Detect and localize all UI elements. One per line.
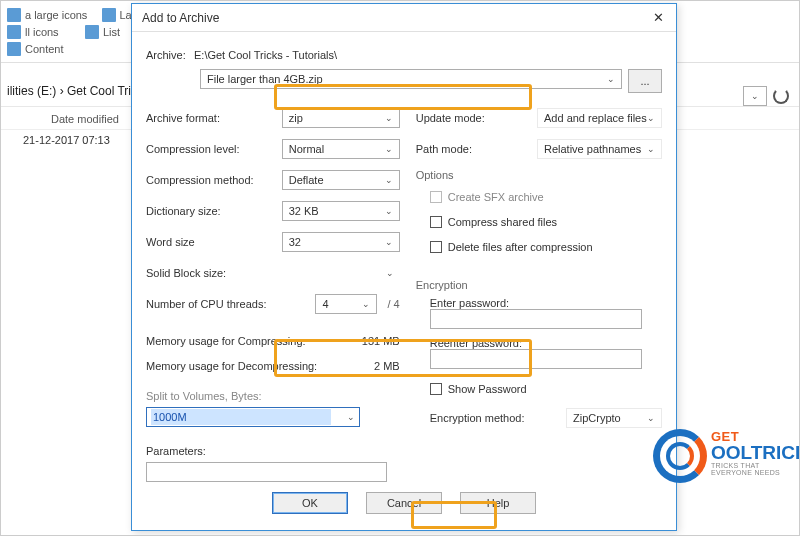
show-password-checkbox[interactable]	[430, 383, 442, 395]
word-size-combo[interactable]: 32⌄	[282, 232, 400, 252]
path-mode-label: Path mode:	[416, 143, 472, 155]
cpu-threads-label: Number of CPU threads:	[146, 298, 266, 310]
refresh-icon[interactable]	[773, 88, 789, 104]
compress-shared-label: Compress shared files	[448, 216, 557, 228]
reenter-password-input[interactable]	[430, 349, 642, 369]
view-option[interactable]: a large icons	[25, 9, 87, 21]
create-sfx-label: Create SFX archive	[448, 191, 544, 203]
options-section-label: Options	[416, 169, 662, 181]
show-password-label: Show Password	[448, 383, 527, 395]
logo-main-text: OOLTRICKS	[711, 444, 785, 462]
chevron-down-icon: ⌄	[347, 412, 355, 422]
cancel-button[interactable]: Cancel	[366, 492, 442, 514]
delete-after-label: Delete files after compression	[448, 241, 593, 253]
encryption-method-label: Encryption method:	[430, 412, 525, 424]
cpu-threads-combo[interactable]: 4⌄	[315, 294, 377, 314]
encryption-method-combo[interactable]: ZipCrypto⌄	[566, 408, 662, 428]
view-option[interactable]: Content	[25, 43, 64, 55]
archive-label: Archive:	[146, 49, 194, 61]
archive-filename-combo[interactable]: File larger than 4GB.zip ⌄	[200, 69, 622, 89]
logo-ring-icon	[653, 429, 707, 483]
view-option[interactable]: List	[103, 26, 120, 38]
parameters-label: Parameters:	[146, 445, 400, 457]
reenter-password-label: Reenter password:	[430, 337, 662, 349]
archive-format-label: Archive format:	[146, 112, 220, 124]
dialog-title: Add to Archive	[142, 11, 219, 25]
memory-decompress-label: Memory usage for Decompressing:	[146, 360, 317, 372]
parameters-input[interactable]	[146, 462, 387, 482]
split-volumes-label: Split to Volumes, Bytes:	[146, 390, 400, 402]
delete-after-checkbox[interactable]	[430, 241, 442, 253]
archive-filename-value: File larger than 4GB.zip	[207, 73, 323, 85]
help-button[interactable]: Help	[460, 492, 536, 514]
dictionary-size-label: Dictionary size:	[146, 205, 221, 217]
encryption-section-label: Encryption	[416, 279, 662, 291]
enter-password-label: Enter password:	[430, 297, 662, 309]
create-sfx-checkbox	[430, 191, 442, 203]
solid-block-label: Solid Block size:	[146, 267, 226, 279]
cpu-threads-total: / 4	[387, 298, 399, 310]
close-button[interactable]: ✕	[646, 8, 670, 28]
browse-button[interactable]: ...	[628, 69, 662, 93]
memory-decompress-value: 2 MB	[374, 360, 400, 372]
logo-tagline: TRICKS THAT EVERYONE NEEDS	[711, 462, 785, 476]
watermark-logo: GET OOLTRICKS TRICKS THAT EVERYONE NEEDS	[653, 429, 785, 483]
chevron-down-icon: ⌄	[607, 74, 615, 84]
refresh-area: ⌄	[743, 86, 789, 106]
compression-method-label: Compression method:	[146, 174, 254, 186]
compression-level-label: Compression level:	[146, 143, 240, 155]
split-volumes-input[interactable]	[151, 409, 331, 425]
dictionary-size-combo[interactable]: 32 KB⌄	[282, 201, 400, 221]
split-volumes-combo[interactable]: ⌄	[146, 407, 360, 427]
path-mode-combo[interactable]: Relative pathnames⌄	[537, 139, 662, 159]
view-dropdown[interactable]: ⌄	[743, 86, 767, 106]
add-to-archive-dialog: Add to Archive ✕ Archive: E:\Get Cool Tr…	[131, 3, 677, 531]
archive-format-combo[interactable]: zip⌄	[282, 108, 400, 128]
enter-password-input[interactable]	[430, 309, 642, 329]
memory-compress-value: 131 MB	[362, 335, 400, 347]
view-option[interactable]: ll icons	[25, 26, 59, 38]
solid-block-combo[interactable]: ⌄	[282, 263, 400, 283]
archive-folder-path: E:\Get Cool Tricks - Tutorials\	[194, 49, 337, 61]
compress-shared-checkbox[interactable]	[430, 216, 442, 228]
ok-button[interactable]: OK	[272, 492, 348, 514]
word-size-label: Word size	[146, 236, 195, 248]
update-mode-combo[interactable]: Add and replace files⌄	[537, 108, 662, 128]
compression-method-combo[interactable]: Deflate⌄	[282, 170, 400, 190]
memory-compress-label: Memory usage for Compressing:	[146, 335, 306, 347]
compression-level-combo[interactable]: Normal⌄	[282, 139, 400, 159]
update-mode-label: Update mode:	[416, 112, 485, 124]
